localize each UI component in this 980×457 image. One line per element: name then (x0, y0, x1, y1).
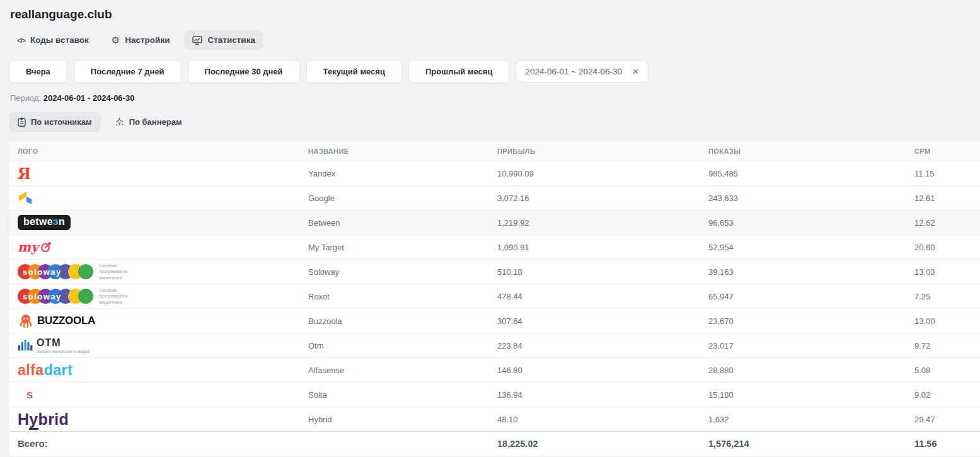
column-header-impressions: ПОКАЗЫ (700, 141, 906, 161)
google-adsense-logo (18, 191, 291, 205)
cell-name: Alfasense (299, 358, 488, 383)
cell-logo: Hybrid (9, 407, 299, 432)
table-header-row: ЛОГО НАЗВАНИЕ ПРИБЫЛЬ ПОКАЗЫ CPM (9, 141, 980, 161)
table-row[interactable]: BUZZOOLABuzzoola307.6423,67013.00 (9, 309, 980, 333)
cell-profit: 1,090.91 (488, 235, 700, 260)
cell-cpm: 9.72 (906, 333, 980, 358)
page-title: reallanguage.club (9, 5, 980, 23)
tab-statistics[interactable]: Статистика (184, 30, 263, 50)
table-row[interactable]: myMy Target1,090.9152,95420.60 (9, 235, 980, 260)
between-logo: betweэn (18, 215, 291, 230)
yandex-logo: Я (18, 165, 291, 183)
cell-profit: 136.94 (488, 383, 700, 407)
cell-impressions: 65,947 (700, 284, 906, 309)
previous-month-button[interactable]: Прошлый месяц (408, 60, 510, 83)
cell-profit: 3,072.16 (488, 186, 700, 211)
table-row[interactable]: HybridHybrid48.101,63229.47 (9, 407, 980, 432)
tab-label: Настройки (125, 35, 170, 45)
column-header-name: НАЗВАНИЕ (299, 141, 488, 161)
cell-name: Buzzoola (299, 309, 488, 333)
last-30-days-button[interactable]: Последние 30 дней (188, 60, 300, 83)
cell-name: Hybrid (299, 407, 488, 432)
cell-impressions: 96,653 (700, 211, 906, 235)
period-line: Период: 2024-06-01 - 2024-06-30 (10, 93, 979, 103)
table-row[interactable]: solowayСистемапрограмматикмаркетингаSolo… (9, 260, 980, 284)
cell-cpm: 11.15 (906, 161, 980, 186)
date-filter-bar: Вчера Последние 7 дней Последние 30 дней… (9, 60, 980, 83)
total-label: Всего: (9, 432, 299, 457)
tab-label: Статистика (207, 35, 255, 45)
period-value: 2024-06-01 - 2024-06-30 (43, 93, 135, 103)
cell-impressions: 23,670 (700, 309, 906, 333)
table-total-row: Всего: 18,225.02 1,576,214 11.56 (9, 432, 980, 457)
last-7-days-button[interactable]: Последние 7 дней (74, 60, 182, 83)
total-spacer (299, 432, 488, 457)
tab-settings[interactable]: ⚙ Настройки (103, 30, 178, 50)
column-header-cpm: CPM (906, 141, 980, 161)
tab-embed-codes[interactable]: </> Коды вставок (9, 30, 97, 50)
cell-logo: solowayСистемапрограмматикмаркетинга (9, 284, 299, 309)
cell-logo: solowayСистемапрограмматикмаркетинга (9, 260, 299, 284)
soloway-logo: solowayСистемапрограмматикмаркетинга (18, 287, 291, 304)
cell-profit: 1,219.92 (488, 211, 700, 235)
cell-logo: alfadart (9, 358, 299, 383)
total-profit: 18,225.02 (488, 432, 700, 457)
table-row[interactable]: solowayСистемапрограмматикмаркетингаRoxo… (9, 284, 980, 309)
cell-impressions: 23,017 (700, 333, 906, 358)
current-month-button[interactable]: Текущий месяц (306, 60, 402, 83)
cell-logo (9, 186, 299, 211)
total-cpm: 11.56 (906, 432, 980, 457)
cell-name: Yandex (299, 161, 488, 186)
stats-table: ЛОГО НАЗВАНИЕ ПРИБЫЛЬ ПОКАЗЫ CPM ЯYandex… (9, 141, 980, 456)
cell-name: Soloway (299, 260, 488, 284)
cell-profit: 510.18 (488, 260, 700, 284)
cell-profit: 478.44 (488, 284, 700, 309)
by-sources-button[interactable]: По источникам (9, 112, 101, 132)
cell-logo: betweэn (9, 211, 299, 235)
cell-logo: S (9, 383, 299, 407)
cell-cpm: 20.60 (906, 235, 980, 260)
cell-impressions: 243,633 (700, 186, 906, 211)
cell-profit: 307.64 (488, 309, 700, 333)
alfadart-logo: alfadart (18, 362, 291, 379)
cell-cpm: 9.02 (906, 383, 980, 407)
cell-impressions: 52,954 (700, 235, 906, 260)
cell-cpm: 12.61 (906, 186, 980, 211)
date-range-input[interactable]: 2024-06-01 ~ 2024-06-30 ✕ (516, 61, 648, 83)
table-row[interactable]: SSolta136.9415,1809.02 (9, 383, 980, 407)
table-row[interactable]: betweэnBetween1,219.9296,65312.62 (9, 211, 980, 235)
tab-bar: </> Коды вставок ⚙ Настройки Статистика (9, 30, 980, 50)
cell-cpm: 13.03 (906, 260, 980, 284)
period-label: Период: (10, 93, 41, 103)
cell-impressions: 28,880 (700, 358, 906, 383)
cell-logo: OTMонлайн технологии и медиа (9, 333, 299, 358)
yesterday-button[interactable]: Вчера (9, 60, 67, 83)
cell-logo: Я (9, 161, 299, 186)
total-impressions: 1,576,214 (700, 432, 906, 457)
table-row[interactable]: OTMонлайн технологии и медиаOtm223.8423,… (9, 333, 980, 358)
view-toggle: По источникам По баннерам (9, 112, 980, 132)
column-header-profit: ПРИБЫЛЬ (488, 141, 700, 161)
cell-impressions: 1,632 (700, 407, 906, 432)
toggle-label: По источникам (31, 117, 92, 127)
cell-cpm: 13.00 (906, 309, 980, 333)
by-banners-button[interactable]: По баннерам (106, 112, 191, 132)
code-icon: </> (17, 37, 25, 44)
stats-table-container: ЛОГО НАЗВАНИЕ ПРИБЫЛЬ ПОКАЗЫ CPM ЯYandex… (9, 141, 980, 456)
table-row[interactable]: ЯYandex10,990.09985,48511.15 (9, 161, 980, 186)
close-icon[interactable]: ✕ (632, 67, 639, 76)
cell-cpm: 12.62 (906, 211, 980, 235)
cell-name: Between (299, 211, 488, 235)
cell-profit: 223.84 (488, 333, 700, 358)
table-row[interactable]: alfadartAlfasense146.8028,8805.08 (9, 358, 980, 383)
toggle-label: По баннерам (129, 117, 182, 127)
otm-logo: OTMонлайн технологии и медиа (18, 337, 291, 354)
mytarget-logo: my (18, 240, 291, 255)
cell-cpm: 5.08 (906, 358, 980, 383)
cell-logo: my (9, 235, 299, 260)
cell-impressions: 985,485 (700, 161, 906, 186)
cell-impressions: 39,163 (700, 260, 906, 284)
soloway-dot (78, 264, 93, 279)
soloway-logo: solowayСистемапрограмматикмаркетинга (18, 263, 291, 280)
table-row[interactable]: Google3,072.16243,63312.61 (9, 186, 980, 211)
